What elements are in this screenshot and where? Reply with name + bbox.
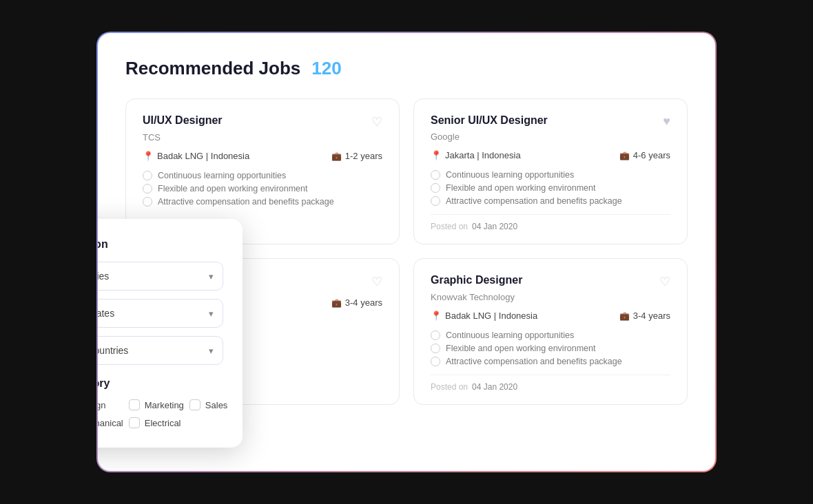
job-4-favorite-button[interactable]: ♡ [659,274,670,289]
job-1-meta: 📍 Badak LNG | Indonesia 💼 1-2 years [143,151,382,161]
list-item: Attractive compensation and benefits pac… [143,197,382,207]
job-count-badge: 120 [311,58,341,79]
feature-bullet [431,170,440,180]
design-label: Design [98,400,105,410]
electrical-checkbox[interactable] [129,417,140,428]
location-icon-4: 📍 [431,311,442,321]
country-select[interactable]: All Countries [98,336,223,365]
feature-bullet [431,357,440,366]
job-2-title: Senior UI/UX Designer [431,114,548,127]
job-2-meta: 📍 Jakarta | Indonesia 💼 4-6 years [431,150,670,160]
category-filter-title: Category [98,377,223,390]
category-grid: Design Marketing Sales Mechanical [98,399,223,428]
job-1-features: Continuous learning opportunities Flexib… [143,171,382,207]
job-2-location: 📍 Jakarta | Indonesia [431,150,521,160]
exp-icon-1: 💼 [331,151,342,161]
feature-bullet [431,183,440,193]
job-4-title: Graphic Designer [431,274,522,286]
job-3-experience: 💼 3-4 years [331,297,382,308]
feature-bullet [431,330,440,340]
job-1-favorite-button[interactable]: ♡ [371,114,382,129]
job-2-experience: 💼 4-6 years [619,150,670,160]
feature-bullet [431,196,440,206]
category-mechanical[interactable]: Mechanical [98,417,123,428]
list-item: Continuous learning opportunities [431,330,670,340]
job-4-posted-date: Posted on 04 Jan 2020 [431,375,670,392]
job-4-company: Knowvak Technology [431,292,670,302]
location-icon-1: 📍 [143,151,154,161]
list-item: Continuous learning opportunities [143,171,382,180]
job-4-features: Continuous learning opportunities Flexib… [431,330,670,366]
job-2-favorite-button[interactable]: ♥ [663,114,670,129]
job-1-experience: 💼 1-2 years [331,151,382,161]
job-2-company: Google [431,132,670,142]
category-marketing[interactable]: Marketing [129,399,184,410]
mechanical-label: Mechanical [98,418,123,428]
job-card-4: Graphic Designer ♡ Knowvak Technology 📍 … [413,258,688,405]
job-card-4-header: Graphic Designer ♡ [431,274,670,289]
exp-icon-3: 💼 [331,298,342,308]
exp-icon-4: 💼 [619,311,630,321]
page-title: Recommended Jobs [125,58,300,79]
feature-bullet [431,344,440,353]
feature-bullet [143,171,152,180]
location-filter-title: Location [98,238,223,251]
category-section: Category Design Marketing Sales [98,377,223,428]
city-select[interactable]: All cities [98,262,223,291]
job-4-meta: 📍 Badak LNG | Indonesia 💼 3-4 years [431,311,670,321]
country-select-wrapper: All Countries ▾ [98,336,223,365]
list-item: Continuous learning opportunities [431,170,670,180]
job-1-location: 📍 Badak LNG | Indonesia [143,151,249,161]
list-item: Attractive compensation and benefits pac… [431,196,670,206]
filter-panel: Location All cities ▾ All States ▾ All C… [98,219,243,448]
exp-icon-2: 💼 [619,151,630,160]
job-1-title: UI/UX Designer [143,114,223,127]
sales-checkbox[interactable] [189,399,200,410]
location-icon-2: 📍 [431,150,442,160]
list-item: Flexible and open working environment [431,344,670,353]
state-select-wrapper: All States ▾ [98,299,223,328]
job-1-company: TCS [143,132,382,143]
list-item: Attractive compensation and benefits pac… [431,357,670,366]
main-card: Recommended Jobs 120 UI/UX Designer ♡ TC… [98,33,715,471]
list-item: Flexible and open working environment [431,183,670,193]
category-design[interactable]: Design [98,399,123,410]
category-electrical[interactable]: Electrical [129,417,184,428]
marketing-checkbox[interactable] [129,399,140,410]
city-select-wrapper: All cities ▾ [98,262,223,291]
list-item: Flexible and open working environment [143,184,382,193]
job-2-posted-date: Posted on 04 Jan 2020 [431,214,670,231]
category-sales[interactable]: Sales [189,399,228,410]
job-2-features: Continuous learning opportunities Flexib… [431,170,670,206]
job-3-favorite-button[interactable]: ♡ [371,274,382,289]
job-card-2: Senior UI/UX Designer ♥ Google 📍 Jakarta… [413,98,688,244]
page-header: Recommended Jobs 120 [125,58,688,79]
sales-label: Sales [205,400,228,410]
electrical-label: Electrical [145,418,181,428]
app-border: Recommended Jobs 120 UI/UX Designer ♡ TC… [96,32,717,472]
feature-bullet [143,197,152,207]
state-select[interactable]: All States [98,299,223,328]
job-4-location: 📍 Badak LNG | Indonesia [431,311,537,321]
marketing-label: Marketing [145,400,184,410]
feature-bullet [143,184,152,193]
job-4-experience: 💼 3-4 years [619,311,670,321]
job-card-1-header: UI/UX Designer ♡ [143,114,382,129]
job-card-2-header: Senior UI/UX Designer ♥ [431,114,670,129]
